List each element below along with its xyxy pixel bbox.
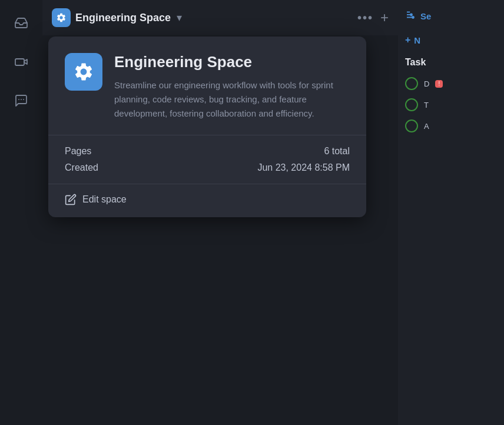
main-area: Engineering Space ▾ ••• + Engineering Sp… xyxy=(42,0,398,425)
task-text-2: T xyxy=(424,101,429,109)
popup-header-text: Engineering Space Streamline our enginee… xyxy=(114,53,350,121)
more-options-button[interactable]: ••• xyxy=(357,11,373,25)
edit-space-label: Edit space xyxy=(82,194,127,205)
task-text-1: D xyxy=(424,79,429,88)
created-value: Jun 23, 2024 8:58 PM xyxy=(257,162,350,173)
popup-stats: Pages 6 total Created Jun 23, 2024 8:58 … xyxy=(48,135,366,184)
sidebar xyxy=(0,0,42,425)
task-item-2: T xyxy=(405,98,497,111)
edit-pencil-icon xyxy=(65,194,77,205)
task-circle-3[interactable] xyxy=(405,119,418,132)
popup-space-name: Engineering Space xyxy=(114,53,350,71)
pages-stat-row: Pages 6 total xyxy=(65,146,350,157)
task-circle-2[interactable] xyxy=(405,98,418,111)
header-chevron-icon[interactable]: ▾ xyxy=(177,11,182,24)
right-panel-header: Se xyxy=(405,9,497,23)
created-label: Created xyxy=(65,162,98,173)
header-actions: ••• + xyxy=(357,9,389,26)
svg-point-5 xyxy=(410,14,412,16)
popup-space-icon xyxy=(65,53,102,91)
task-item-1: D ! xyxy=(405,77,497,90)
pages-value: 6 total xyxy=(324,146,350,157)
right-panel: Se + N Task D ! T A xyxy=(398,0,504,425)
filter-text: Se xyxy=(420,11,431,21)
space-info-popup: Engineering Space Streamline our enginee… xyxy=(48,36,366,217)
add-button[interactable]: + xyxy=(380,9,389,26)
tasks-section-title: Task xyxy=(405,57,497,68)
svg-rect-0 xyxy=(15,59,24,65)
header-space-title[interactable]: Engineering Space xyxy=(75,12,171,24)
sidebar-item-inbox[interactable] xyxy=(10,12,32,34)
task-badge-1: ! xyxy=(435,80,443,88)
pages-label: Pages xyxy=(65,146,91,157)
sidebar-item-chat[interactable] xyxy=(10,89,32,112)
svg-point-6 xyxy=(412,16,414,18)
task-text-3: A xyxy=(424,122,429,131)
new-label[interactable]: N xyxy=(414,35,420,45)
header-bar: Engineering Space ▾ ••• + xyxy=(42,0,398,35)
created-stat-row: Created Jun 23, 2024 8:58 PM xyxy=(65,162,350,173)
plus-new-icon[interactable]: + xyxy=(405,35,410,45)
task-circle-1[interactable] xyxy=(405,77,418,90)
new-item-row: + N xyxy=(405,35,497,45)
filter-icon xyxy=(405,9,416,23)
task-item-3: A xyxy=(405,119,497,132)
popup-header: Engineering Space Streamline our enginee… xyxy=(48,36,366,135)
popup-description: Streamline our engineering workflow with… xyxy=(114,78,350,121)
edit-space-button[interactable]: Edit space xyxy=(48,184,366,217)
space-icon-small xyxy=(52,8,71,27)
sidebar-item-video[interactable] xyxy=(10,51,32,73)
